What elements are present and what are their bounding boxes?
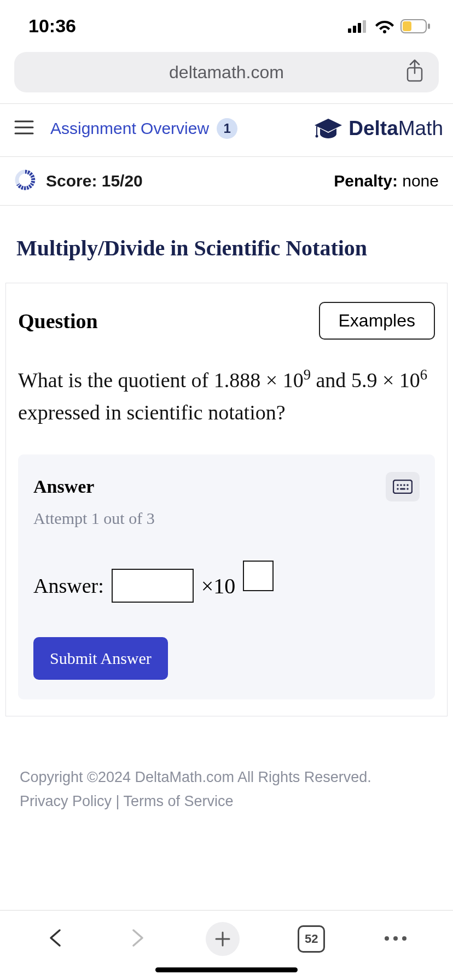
page-title: Multiply/Divide in Scientific Notation [0, 206, 453, 283]
answer-heading: Answer [33, 476, 94, 497]
logo-text: DeltaMath [349, 117, 443, 140]
logo[interactable]: DeltaMath [313, 117, 443, 140]
cellular-icon [348, 20, 369, 33]
svg-rect-0 [348, 28, 351, 33]
app-header: Assignment Overview 1 DeltaMath [0, 103, 453, 157]
question-card: Question Examples What is the quotient o… [5, 283, 448, 716]
svg-rect-1 [353, 26, 356, 33]
new-tab-button[interactable] [206, 922, 240, 956]
address-bar[interactable]: deltamath.com [14, 52, 439, 92]
exponent-input[interactable] [243, 561, 274, 591]
svg-point-21 [406, 488, 409, 491]
examples-button[interactable]: Examples [319, 302, 435, 340]
tabs-button[interactable]: 52 [298, 925, 325, 953]
status-bar: 10:36 [0, 0, 453, 48]
score-value: Score: 15/20 [46, 172, 143, 190]
privacy-link[interactable]: Privacy Policy [20, 793, 112, 809]
svg-point-26 [393, 936, 398, 941]
menu-icon[interactable] [14, 120, 34, 137]
status-time: 10:36 [28, 15, 76, 37]
svg-point-17 [400, 485, 402, 487]
svg-point-25 [385, 936, 389, 941]
answer-panel: Answer Attempt 1 out of 3 Answer: ×10 Su… [18, 454, 435, 699]
attempt-text: Attempt 1 out of 3 [33, 509, 420, 528]
svg-rect-3 [363, 20, 366, 33]
coefficient-input[interactable] [112, 569, 194, 603]
forward-button[interactable] [126, 927, 148, 951]
assignment-badge: 1 [217, 118, 237, 139]
score-bar: Score: 15/20 Penalty: none [0, 157, 453, 206]
back-icon [45, 927, 67, 949]
share-icon[interactable] [405, 59, 425, 85]
svg-point-4 [383, 30, 386, 33]
url-text: deltamath.com [169, 62, 284, 83]
svg-point-13 [316, 135, 318, 138]
home-indicator[interactable] [155, 967, 298, 972]
more-icon [384, 935, 408, 942]
terms-link[interactable]: Terms of Service [124, 793, 234, 809]
grad-cap-icon [313, 118, 343, 139]
battery-icon [400, 19, 431, 33]
times-ten-label: ×10 [201, 573, 236, 599]
plus-icon [214, 930, 231, 948]
svg-rect-22 [400, 488, 405, 490]
svg-point-20 [397, 488, 399, 491]
status-indicators [348, 19, 431, 33]
back-button[interactable] [45, 927, 67, 951]
svg-rect-6 [403, 21, 411, 31]
wifi-icon [375, 19, 394, 33]
footer: Copyright ©2024 DeltaMath.com All Rights… [0, 716, 453, 824]
question-text: What is the quotient of 1.888 × 109 and … [18, 364, 435, 428]
keyboard-icon [393, 480, 413, 494]
svg-rect-15 [393, 480, 412, 493]
progress-icon [14, 169, 36, 193]
svg-rect-7 [428, 24, 430, 29]
svg-rect-2 [358, 23, 361, 33]
svg-point-16 [397, 485, 399, 487]
question-heading: Question [18, 309, 98, 333]
keyboard-button[interactable] [386, 472, 420, 501]
answer-input-row: Answer: ×10 [33, 561, 420, 611]
assignment-overview-link[interactable]: Assignment Overview [50, 119, 209, 138]
copyright-text: Copyright ©2024 DeltaMath.com All Rights… [20, 766, 433, 789]
penalty-text: Penalty: none [334, 172, 439, 190]
forward-icon [126, 927, 148, 949]
svg-point-27 [402, 936, 406, 941]
svg-point-18 [403, 485, 405, 487]
svg-point-19 [406, 485, 409, 487]
tab-count: 52 [305, 932, 318, 946]
submit-button[interactable]: Submit Answer [33, 637, 168, 680]
answer-prefix: Answer: [33, 574, 104, 598]
more-button[interactable] [384, 934, 408, 944]
